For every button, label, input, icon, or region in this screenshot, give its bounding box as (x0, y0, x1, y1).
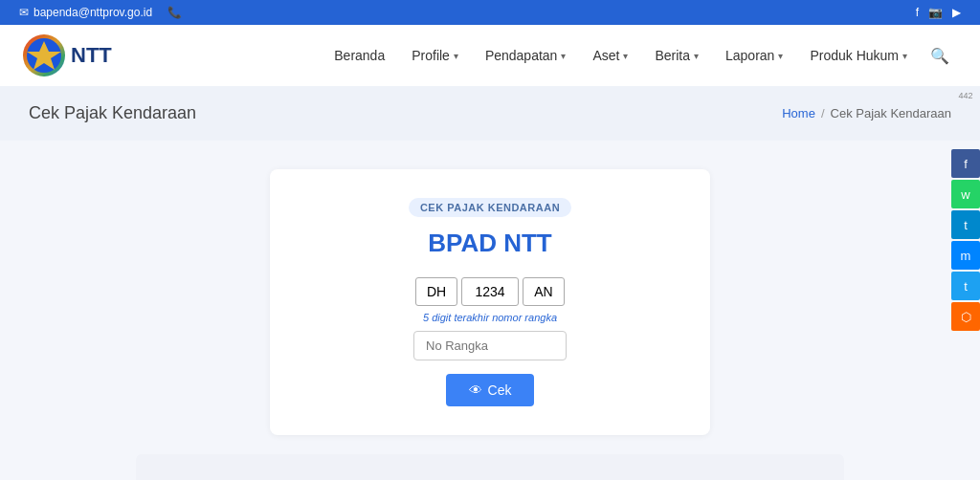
plate-number-row (308, 277, 672, 306)
logo-label: NTT (71, 43, 112, 68)
navbar: NTT Beranda Profile ▾ Pendapatan ▾ Aset … (0, 25, 980, 86)
top-bar-left: ✉ bapenda@nttprov.go.id 📞 (19, 6, 182, 19)
breadcrumb-separator: / (821, 106, 825, 120)
nav-profile[interactable]: Profile ▾ (400, 40, 470, 71)
share-telegram-button[interactable]: t (951, 210, 980, 239)
nav-laporan[interactable]: Laporan ▾ (714, 40, 794, 71)
nav-aset[interactable]: Aset ▾ (581, 40, 639, 71)
share-whatsapp-button[interactable]: w (951, 180, 980, 208)
envelope-icon: ✉ (19, 6, 29, 19)
breadcrumb: Home / Cek Pajak Kendaraan (782, 106, 951, 120)
nav-beranda[interactable]: Beranda (323, 40, 396, 71)
berita-chevron-icon: ▾ (694, 51, 699, 61)
logo-badge (23, 34, 65, 76)
email-address: bapenda@nttprov.go.id (33, 6, 152, 19)
main-content: CEK PAJAK KENDARAAN BPAD NTT 5 digit ter… (0, 141, 980, 480)
site-logo: NTT (23, 34, 112, 76)
plate-suffix-input[interactable] (523, 277, 565, 306)
share-other-button[interactable]: ⬡ (951, 302, 980, 331)
top-bar: ✉ bapenda@nttprov.go.id 📞 f 📷 ▶ (0, 0, 980, 25)
plate-number-input[interactable] (461, 277, 519, 306)
visit-counter: 442 (951, 91, 980, 100)
result-area (136, 454, 844, 480)
share-twitter-button[interactable]: t (951, 272, 980, 300)
email-info: ✉ bapenda@nttprov.go.id (19, 6, 152, 19)
nav-produk-hukum[interactable]: Produk Hukum ▾ (798, 40, 919, 71)
laporan-chevron-icon: ▾ (778, 51, 783, 61)
form-card: CEK PAJAK KENDARAAN BPAD NTT 5 digit ter… (270, 169, 710, 435)
share-messenger-button[interactable]: m (951, 241, 980, 270)
plate-prefix-input[interactable] (415, 277, 457, 306)
nav-links: Beranda Profile ▾ Pendapatan ▾ Aset ▾ Be… (323, 39, 957, 73)
search-button[interactable]: 🔍 (923, 39, 957, 73)
breadcrumb-current: Cek Pajak Kendaraan (831, 106, 951, 120)
nav-berita[interactable]: Berita ▾ (643, 40, 710, 71)
instagram-topbar-icon[interactable]: 📷 (928, 6, 943, 19)
cek-button-label: Cek (488, 382, 512, 398)
share-facebook-button[interactable]: f (951, 149, 980, 178)
phone-icon: 📞 (167, 6, 182, 19)
social-share-bar: f w t m t ⬡ (951, 149, 980, 331)
logo-text-group: NTT (71, 43, 112, 68)
youtube-topbar-icon[interactable]: ▶ (952, 6, 961, 19)
rangka-hint: 5 digit terakhir nomor rangka (308, 312, 672, 323)
phone-info: 📞 (167, 6, 182, 19)
form-title: BPAD NTT (308, 229, 672, 258)
form-badge: CEK PAJAK KENDARAAN (409, 198, 571, 217)
aset-chevron-icon: ▾ (623, 51, 628, 61)
cek-button[interactable]: 👁 Cek (446, 374, 535, 406)
produk-hukum-chevron-icon: ▾ (902, 51, 907, 61)
facebook-topbar-icon[interactable]: f (916, 6, 919, 19)
nav-pendapatan[interactable]: Pendapatan ▾ (474, 40, 578, 71)
rangka-input[interactable] (413, 331, 567, 360)
page-title: Cek Pajak Kendaraan (29, 103, 196, 123)
pendapatan-chevron-icon: ▾ (561, 51, 566, 61)
top-bar-social: f 📷 ▶ (916, 6, 961, 19)
breadcrumb-bar: Cek Pajak Kendaraan Home / Cek Pajak Ken… (0, 86, 980, 141)
profile-chevron-icon: ▾ (454, 51, 458, 61)
eye-icon: 👁 (469, 382, 482, 398)
breadcrumb-home[interactable]: Home (782, 106, 815, 120)
